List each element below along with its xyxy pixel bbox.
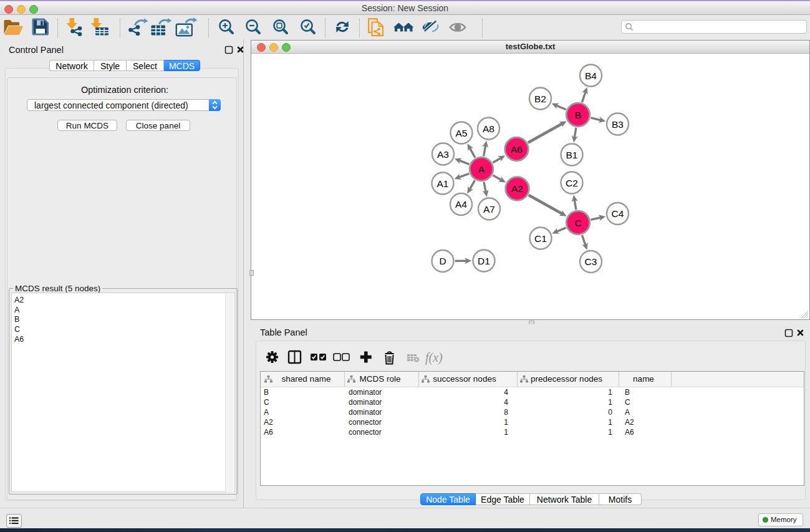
svg-text:C1: C1 (534, 233, 547, 244)
svg-text:C3: C3 (585, 256, 597, 267)
svg-text:A: A (478, 164, 485, 175)
svg-text:B1: B1 (566, 150, 578, 160)
svg-text:B2: B2 (534, 94, 546, 104)
svg-text:f(x): f(x) (425, 351, 443, 365)
svg-text:A8: A8 (483, 123, 494, 134)
svg-text:C4: C4 (612, 208, 624, 219)
svg-text:D: D (439, 256, 446, 266)
svg-text:C2: C2 (566, 178, 578, 188)
svg-text:A1: A1 (437, 178, 449, 189)
svg-text:A2: A2 (511, 183, 523, 194)
svg-text:A3: A3 (437, 149, 449, 160)
svg-text:A7: A7 (483, 204, 495, 215)
svg-text:B: B (575, 110, 581, 120)
svg-text:A6: A6 (511, 144, 523, 155)
svg-text:C: C (574, 218, 581, 228)
svg-text:B4: B4 (585, 70, 597, 81)
svg-text:B3: B3 (612, 119, 624, 130)
svg-text:A4: A4 (455, 199, 467, 210)
svg-text:D1: D1 (478, 256, 490, 266)
svg-text:A5: A5 (456, 128, 468, 138)
